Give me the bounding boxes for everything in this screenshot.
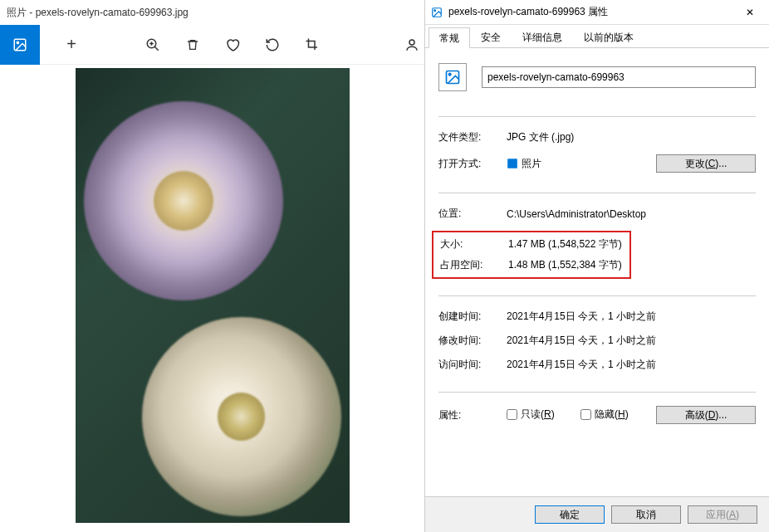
crop-button[interactable] [292,25,332,65]
plus-icon: + [66,35,76,54]
image-icon [12,37,27,52]
diskspace-value: 1.48 MB (1,552,384 字节) [508,258,623,272]
add-button[interactable]: + [51,25,91,65]
trash-icon [186,37,199,52]
edit-button[interactable] [399,25,424,65]
file-icon [430,6,443,19]
photo-toolbar: + [0,25,424,65]
favorite-button[interactable] [213,25,252,65]
size-value: 1.47 MB (1,548,522 字节) [508,237,623,251]
zoom-button[interactable] [133,25,173,65]
hidden-checkbox-input[interactable] [580,409,591,420]
rotate-button[interactable] [252,25,292,65]
attributes-label: 属性: [438,408,507,422]
close-button[interactable]: ✕ [731,0,769,25]
openwith-value: 照片 [522,157,541,171]
divider [438,295,756,296]
diskspace-label: 占用空间: [440,258,508,272]
divider [438,193,756,193]
modified-value: 2021年4月15日 今天，1 小时之前 [507,334,756,348]
svg-line-3 [154,46,159,51]
properties-footer: 确定 取消 应用(A) [425,496,769,532]
tab-security[interactable]: 安全 [470,27,512,47]
svg-point-10 [448,73,451,76]
file-type-icon [438,63,467,91]
crop-icon [305,37,320,52]
filetype-label: 文件类型: [438,130,507,144]
photo-window-title: 照片 - pexels-rovelyn-camato-699963.jpg [7,6,189,20]
photo-canvas[interactable] [0,65,424,532]
heart-icon [225,37,240,52]
divider [438,392,756,393]
svg-rect-11 [507,159,517,168]
cancel-button[interactable]: 取消 [611,505,681,524]
created-value: 2021年4月15日 今天，1 小时之前 [507,310,756,324]
readonly-checkbox-input[interactable] [507,409,517,420]
close-icon: ✕ [746,7,754,18]
svg-point-6 [409,40,414,45]
photos-app-icon [507,158,518,169]
readonly-checkbox[interactable]: 只读(R) [507,408,555,422]
collection-button[interactable] [0,25,40,65]
photo-app-window: 照片 - pexels-rovelyn-camato-699963.jpg + [0,0,425,532]
size-highlight-box: 大小: 1.47 MB (1,548,522 字节) 占用空间: 1.48 MB… [432,231,631,279]
accessed-value: 2021年4月15日 今天，1 小时之前 [507,358,756,372]
photo-titlebar: 照片 - pexels-rovelyn-camato-699963.jpg [0,0,424,25]
properties-title: pexels-rovelyn-camato-699963 属性 [448,5,731,19]
accessed-label: 访问时间: [438,358,507,372]
people-icon [404,37,419,52]
advanced-button[interactable]: 高级(D)... [656,406,756,424]
properties-tabs: 常规 安全 详细信息 以前的版本 [425,25,769,48]
modified-label: 修改时间: [438,334,507,348]
hidden-checkbox[interactable]: 隐藏(H) [580,408,629,422]
svg-point-1 [17,41,18,43]
tab-previous[interactable]: 以前的版本 [573,27,644,47]
photo-image-content [76,68,350,523]
location-value: C:\Users\Administrator\Desktop [507,208,756,220]
created-label: 创建时间: [438,310,507,324]
apply-button[interactable]: 应用(A) [688,505,757,524]
divider [438,116,756,117]
tab-general[interactable]: 常规 [429,27,470,48]
rotate-icon [265,37,280,52]
openwith-label: 打开方式: [438,157,507,171]
zoom-icon [145,37,160,52]
properties-dialog: pexels-rovelyn-camato-699963 属性 ✕ 常规 安全 … [425,0,769,532]
filetype-value: JPG 文件 (.jpg) [507,130,756,144]
location-label: 位置: [438,207,507,221]
ok-button[interactable]: 确定 [535,505,605,524]
tab-details[interactable]: 详细信息 [512,27,573,47]
filename-input[interactable] [482,66,756,88]
delete-button[interactable] [173,25,213,65]
properties-titlebar[interactable]: pexels-rovelyn-camato-699963 属性 ✕ [425,0,769,25]
svg-point-8 [434,9,436,11]
size-label: 大小: [440,237,508,251]
properties-body: 文件类型: JPG 文件 (.jpg) 打开方式: 照片 更改(C)... 位置… [425,48,769,496]
change-button[interactable]: 更改(C)... [656,154,756,173]
